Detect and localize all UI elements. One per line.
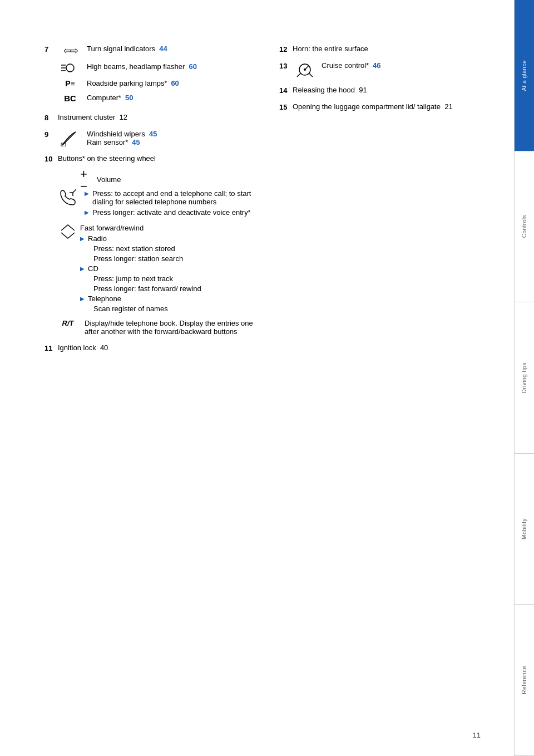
main-content: 7 ⇦⇨ Turn signal indicators 44 (0, 0, 514, 756)
computer-icon: BC (58, 94, 82, 103)
ff-content: Fast forward/rewind ▶ Radio Press: next … (80, 224, 257, 315)
item-15-number: 15 (279, 103, 290, 111)
sidebar-label-mobility: Mobility (521, 518, 527, 539)
cd-line-2: Press longer: fast forward/ rewind (93, 284, 257, 293)
sidebar-label-reference: Reference (521, 666, 527, 694)
left-column: 7 ⇦⇨ Turn signal indicators 44 (44, 45, 257, 360)
item-15-block: 15 Opening the luggage compartment lid/ … (279, 102, 492, 111)
item-15-text: Opening the luggage compartment lid/ tai… (293, 102, 441, 111)
item-11-page: 40 (100, 343, 108, 352)
item-13-text: Cruise control* 46 (322, 61, 492, 70)
radio-line-2: Press longer: station search (93, 254, 257, 263)
phone-bullet-list: ▶ Press: to accept and end a telephone c… (85, 189, 257, 218)
item-13-block: 13 Cruise control* 46 (279, 61, 492, 78)
item-12-text: Horn: the entire surface (293, 45, 368, 53)
tel-bullet: ▶ Telephone (80, 294, 257, 303)
sidebar: At a glance Controls Driving tips Mobili… (514, 0, 534, 756)
radio-bullet: ▶ Radio (80, 234, 257, 243)
ff-label: Fast forward/rewind (80, 224, 257, 232)
turn-signal-icon: ⇦⇨ (58, 45, 82, 57)
sub-high-beam: High beams, headlamp flasher 60 (58, 62, 257, 73)
item-9-text: Windshield wipers 45 Rain sensor* 45 (87, 130, 257, 146)
item-9-block: 9 Windshield wipers 45 Rain sensor* 45 (44, 130, 257, 146)
cd-bullet: ▶ CD (80, 264, 257, 273)
parking-icon: P≡ (58, 79, 82, 88)
high-beam-text: High beams, headlamp flasher 60 (87, 62, 257, 71)
sub-parking: P≡ Roadside parking lamps* 60 (58, 79, 257, 88)
high-beam-icon (58, 62, 82, 73)
sub-computer: BC Computer* 50 (58, 94, 257, 103)
svg-rect-3 (66, 64, 74, 72)
item-14-page: 91 (359, 86, 367, 94)
sidebar-label-controls: Controls (521, 215, 527, 238)
page-container: 7 ⇦⇨ Turn signal indicators 44 (0, 0, 534, 756)
phone-icon (56, 189, 80, 206)
item-9-row: 9 Windshield wipers 45 Rain sensor* 45 (44, 130, 257, 146)
cruise-control-icon (293, 61, 317, 78)
sidebar-section-reference[interactable]: Reference (515, 605, 534, 756)
item-8-number: 8 (44, 114, 56, 122)
volume-block: + − Volume (80, 168, 257, 184)
item-7-number: 7 (44, 45, 56, 53)
parking-text: Roadside parking lamps* 60 (87, 79, 257, 87)
item-14-block: 14 Releasing the hood 91 (279, 86, 492, 95)
bullet-arrow-cd: ▶ (80, 266, 85, 272)
bullet-arrow-1: ▶ (85, 190, 89, 197)
sidebar-label-driving-tips: Driving tips (521, 362, 527, 393)
phone-bullet-1: ▶ Press: to accept and end a telephone c… (85, 189, 257, 206)
tel-line-1: Scan register of names (93, 305, 257, 313)
item-7-block: 7 ⇦⇨ Turn signal indicators 44 (44, 45, 257, 105)
fast-forward-down-icon (60, 232, 76, 239)
cd-line-1: Press: jump to next track (93, 274, 257, 283)
item-12-number: 12 (279, 45, 290, 53)
sidebar-section-mobility[interactable]: Mobility (515, 454, 534, 605)
computer-text: Computer* 50 (87, 94, 257, 102)
radio-line-1: Press: next station stored (93, 244, 257, 253)
fast-forward-up-icon (60, 224, 76, 232)
item-8-block: 8 Instrument cluster 12 (44, 113, 257, 122)
page-number: 11 (473, 731, 481, 739)
bullet-arrow-radio: ▶ (80, 235, 85, 242)
ff-icons (56, 224, 80, 239)
item-7-row: 7 ⇦⇨ Turn signal indicators 44 (44, 45, 257, 105)
item-11-block: 11 Ignition lock 40 (44, 343, 257, 352)
right-column: 12 Horn: the entire surface 13 (279, 45, 492, 360)
item-13-number: 13 (279, 62, 290, 70)
item-12-block: 12 Horn: the entire surface (279, 45, 492, 53)
rt-block: R/T Display/hide telephone book. Display… (56, 319, 257, 336)
item-9-number: 9 (44, 130, 56, 139)
item-10-number: 10 (44, 155, 56, 163)
two-col-layout: 7 ⇦⇨ Turn signal indicators 44 (44, 45, 492, 360)
rt-icon: R/T (56, 319, 80, 327)
item-10-block: 10 Buttons* on the steering wheel + − Vo… (44, 154, 257, 336)
phone-bullet-2: ▶ Press longer: activate and deactivate … (85, 208, 257, 217)
sidebar-section-driving-tips[interactable]: Driving tips (515, 302, 534, 454)
sub-turn-signal: ⇦⇨ Turn signal indicators 44 (58, 45, 257, 57)
sidebar-section-controls[interactable]: Controls (515, 151, 534, 303)
fast-forward-block: Fast forward/rewind ▶ Radio Press: next … (56, 224, 257, 315)
item-10-header: 10 Buttons* on the steering wheel (44, 154, 257, 163)
turn-signal-text: Turn signal indicators 44 (87, 45, 257, 53)
sidebar-section-at-a-glance[interactable]: At a glance (515, 0, 534, 151)
rt-text: Display/hide telephone book. Display the… (85, 319, 257, 336)
phone-block: ▶ Press: to accept and end a telephone c… (56, 189, 257, 218)
item-11-number: 11 (44, 344, 56, 352)
ff-row: Fast forward/rewind ▶ Radio Press: next … (56, 224, 257, 315)
item-8-text: Instrument cluster (58, 113, 115, 121)
wiper-icon (58, 130, 82, 146)
bullet-arrow-2: ▶ (85, 209, 89, 215)
item-10-text: Buttons* on the steering wheel (58, 154, 156, 163)
item-11-text: Ignition lock (58, 343, 96, 352)
bullet-arrow-tel: ▶ (80, 296, 85, 302)
sidebar-label-at-a-glance: At a glance (521, 60, 527, 91)
item-15-page: 21 (444, 102, 452, 111)
item-14-text: Releasing the hood (293, 86, 355, 94)
item-14-number: 14 (279, 86, 290, 95)
item-13-row: 13 Cruise control* 46 (279, 61, 492, 78)
item-8-page: 12 (120, 113, 127, 121)
